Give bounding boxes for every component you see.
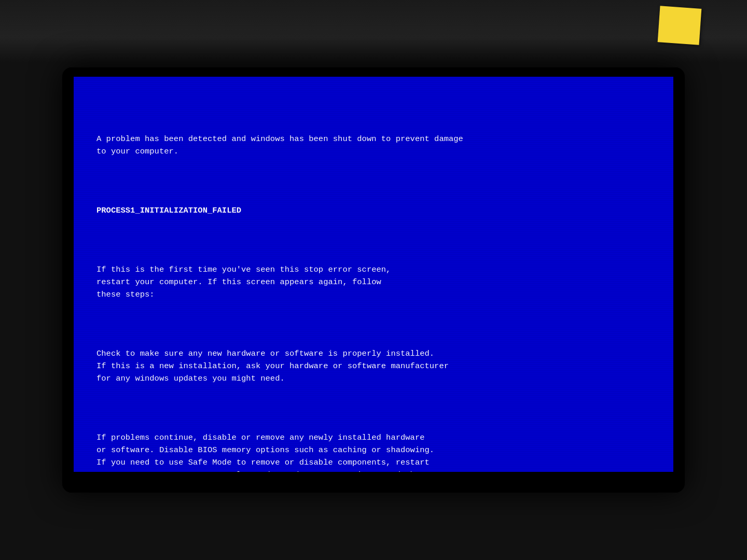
postit-note xyxy=(658,6,702,45)
bsod-problems-continue: If problems continue, disable or remove … xyxy=(96,431,651,472)
bsod-intro-text: A problem has been detected and windows … xyxy=(96,133,651,158)
monitor-frame: A problem has been detected and windows … xyxy=(62,67,685,493)
bsod-screen: A problem has been detected and windows … xyxy=(74,77,673,472)
bsod-first-time-message: If this is the first time you've seen th… xyxy=(96,263,651,301)
desk-background xyxy=(0,0,747,62)
bsod-check-hardware: Check to make sure any new hardware or s… xyxy=(96,347,651,385)
bsod-error-code: PROCESS1_INITIALIZATION_FAILED xyxy=(96,204,651,217)
